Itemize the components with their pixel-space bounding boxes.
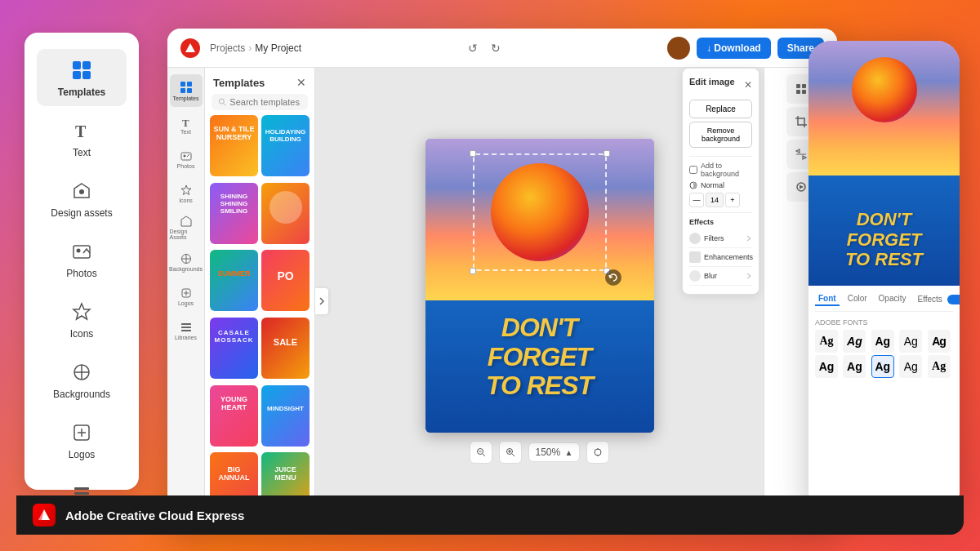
template-thumb-8[interactable]: SALE	[261, 318, 310, 379]
sidebar-item-design-assets[interactable]: Design assets	[37, 170, 127, 227]
font-item-4[interactable]: Ag	[928, 330, 951, 353]
app-logo	[180, 38, 200, 58]
filters-item[interactable]: Filters	[689, 229, 752, 248]
template-thumb-3[interactable]: SHININGSHININGSmiling	[210, 183, 258, 244]
redo-button[interactable]: ↻	[488, 38, 504, 58]
phone-tabs: Font Color Opacity Effects	[815, 292, 953, 312]
selection-handle-tl[interactable]	[470, 150, 476, 157]
canvas-image-element[interactable]	[483, 163, 597, 278]
canvas-text-overlay[interactable]: DON'T FORGET TO REST	[425, 313, 654, 400]
zoom-in-icon	[506, 447, 515, 457]
font-item-9[interactable]: Ag	[928, 355, 951, 378]
selection-handle-bl[interactable]	[470, 268, 476, 274]
breadcrumb-root[interactable]: Projects	[210, 42, 245, 54]
text-icon: T	[69, 118, 95, 144]
zoom-display[interactable]: 150% ▲	[528, 442, 581, 462]
remove-background-button[interactable]: Remove background	[689, 122, 752, 148]
add-to-background-checkbox[interactable]	[689, 166, 697, 174]
top-bar-right: ↓ Download Share	[667, 37, 824, 60]
svg-rect-46	[796, 84, 800, 88]
sidebar-item-backgrounds[interactable]: Backgrounds	[37, 351, 127, 408]
templates-close-button[interactable]: ✕	[296, 76, 306, 89]
effects-toggle[interactable]	[947, 295, 960, 304]
top-bar: Projects › My Project ↺ ↻ ↓ Download Sha…	[167, 29, 837, 68]
rotate-handle[interactable]	[605, 269, 621, 286]
phone-tab-opacity[interactable]: Opacity	[875, 292, 910, 306]
font-item-7[interactable]: Ag	[871, 355, 894, 378]
inner-sidebar-logos[interactable]: Logos	[170, 280, 203, 313]
expand-panel-button[interactable]	[315, 288, 328, 314]
sidebar-item-text[interactable]: T Text	[37, 109, 127, 167]
template-thumb-10[interactable]: MINDSIGHT	[261, 385, 310, 447]
text-label: Text	[73, 147, 91, 158]
inner-backgrounds-label: Backgrounds	[169, 266, 203, 272]
phone-mockup: DON'T FORGET TO REST Font Color Opacity …	[808, 41, 960, 514]
filters-label: Filters	[704, 234, 724, 242]
fit-screen-icon	[593, 447, 603, 457]
inner-sidebar-design-assets[interactable]: Design Assets	[170, 211, 203, 244]
svg-line-34	[224, 104, 226, 106]
svg-text:T: T	[182, 117, 189, 127]
undo-button[interactable]: ↺	[465, 38, 481, 58]
sidebar-item-templates[interactable]: Templates	[37, 49, 127, 106]
fit-to-screen-button[interactable]	[586, 441, 609, 464]
inner-sidebar-libraries[interactable]: Libraries	[170, 314, 203, 347]
arrange-icon	[795, 82, 808, 96]
sidebar-item-icons[interactable]: Icons	[37, 291, 127, 348]
search-input[interactable]	[229, 97, 301, 107]
font-item-2[interactable]: Ag	[871, 330, 894, 353]
outer-wrapper: Templates T Text Design assets	[16, 16, 964, 535]
svg-text:T: T	[75, 122, 87, 140]
opacity-decrease[interactable]: —	[689, 193, 704, 207]
font-item-0[interactable]: Ag	[815, 330, 838, 353]
font-grid: Ag Ag Ag Ag Ag Ag Ag Ag Ag Ag	[815, 330, 953, 378]
svg-rect-3	[82, 71, 91, 79]
svg-rect-14	[74, 487, 89, 490]
phone-canvas-preview: DON'T FORGET TO REST	[808, 41, 960, 286]
svg-point-42	[595, 449, 601, 455]
font-item-1[interactable]: Ag	[843, 330, 866, 353]
template-thumb-7[interactable]: CASALEMOSSACK	[210, 318, 258, 379]
content-area: Templates T Text Photos	[167, 68, 837, 535]
zoom-in-button[interactable]	[499, 441, 522, 464]
edit-panel-close[interactable]: ✕	[744, 79, 752, 91]
template-thumb-9[interactable]: YOUNGHEART	[210, 385, 258, 447]
animate-icon	[795, 180, 808, 193]
zoom-out-button[interactable]	[470, 441, 492, 464]
phone-bottom-panel: Font Color Opacity Effects ADOBE FONTS A…	[808, 286, 960, 514]
inner-sidebar-text[interactable]: T Text	[170, 109, 203, 141]
svg-rect-20	[187, 88, 192, 93]
font-item-5[interactable]: Ag	[815, 355, 838, 378]
user-avatar[interactable]	[667, 37, 690, 60]
download-button[interactable]: ↓ Download	[697, 38, 771, 59]
phone-tab-color[interactable]: Color	[844, 292, 871, 306]
filters-icon	[689, 233, 701, 244]
enhancements-item[interactable]: Enhancements	[689, 248, 752, 267]
sidebar-item-photos[interactable]: Photos	[37, 230, 127, 287]
selection-handle-tr[interactable]	[604, 150, 610, 157]
inner-libraries-icon	[180, 322, 192, 333]
design-assets-icon	[69, 178, 95, 204]
opacity-value: 14	[706, 193, 724, 207]
svg-rect-47	[802, 84, 806, 88]
blend-icon	[689, 181, 697, 189]
inner-sidebar-icons[interactable]: Icons	[170, 177, 203, 210]
template-thumb-5[interactable]: Summer	[210, 250, 258, 311]
font-item-8[interactable]: Ag	[899, 355, 922, 378]
phone-tab-font[interactable]: Font	[815, 292, 840, 306]
inner-sidebar-photos[interactable]: Photos	[170, 143, 203, 176]
inner-sidebar-templates[interactable]: Templates	[170, 74, 203, 107]
template-thumb-4[interactable]	[261, 183, 310, 244]
template-thumb-6[interactable]: Po	[261, 250, 310, 311]
replace-button[interactable]: Replace	[689, 100, 752, 118]
blur-item[interactable]: Blur	[689, 267, 752, 286]
template-thumb-1[interactable]: SUN & TILENURSERY	[210, 115, 258, 176]
sidebar-item-logos[interactable]: Logos	[37, 411, 127, 469]
backgrounds-icon	[69, 359, 95, 385]
font-item-3[interactable]: Ag	[899, 330, 922, 353]
font-item-6[interactable]: Ag	[843, 355, 866, 378]
opacity-increase[interactable]: +	[725, 193, 740, 207]
template-thumb-2[interactable]: HolidayingBuilding	[261, 115, 310, 176]
phone-tab-effects[interactable]: Effects	[914, 292, 960, 306]
inner-sidebar-backgrounds[interactable]: Backgrounds	[170, 246, 203, 278]
